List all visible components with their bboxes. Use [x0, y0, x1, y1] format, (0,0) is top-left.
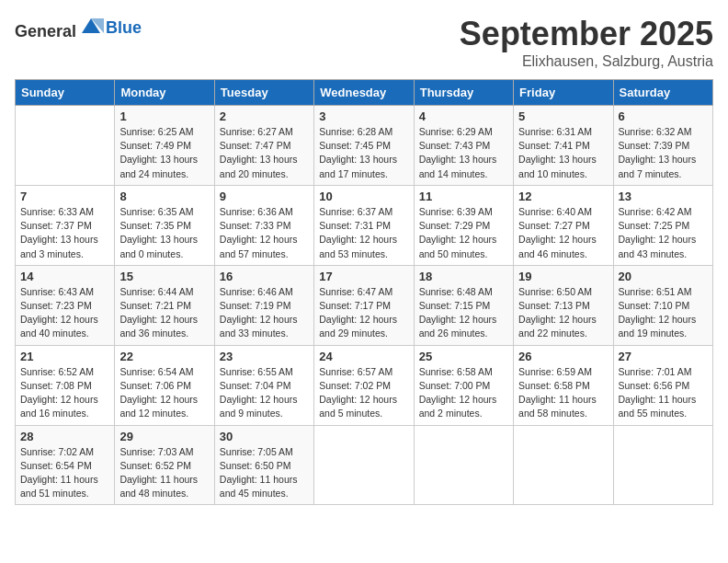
day-info: Sunrise: 6:59 AM Sunset: 6:58 PM Dayligh…	[518, 365, 608, 421]
weekday-header-cell: Friday	[514, 80, 613, 106]
day-info: Sunrise: 6:40 AM Sunset: 7:27 PM Dayligh…	[518, 205, 608, 261]
day-number: 20	[619, 270, 708, 283]
calendar-cell	[613, 425, 712, 505]
calendar-cell	[314, 425, 414, 505]
day-info: Sunrise: 6:42 AM Sunset: 7:25 PM Dayligh…	[619, 205, 708, 261]
day-info: Sunrise: 6:25 AM Sunset: 7:49 PM Dayligh…	[119, 125, 209, 181]
day-number: 1	[119, 109, 209, 123]
day-info: Sunrise: 6:37 AM Sunset: 7:31 PM Dayligh…	[319, 205, 408, 261]
day-info: Sunrise: 6:58 AM Sunset: 7:00 PM Dayligh…	[419, 365, 508, 421]
calendar-cell: 13Sunrise: 6:42 AM Sunset: 7:25 PM Dayli…	[613, 185, 712, 265]
weekday-header-row: SundayMondayTuesdayWednesdayThursdayFrid…	[16, 80, 713, 106]
weekday-header-cell: Sunday	[16, 80, 115, 106]
day-info: Sunrise: 7:05 AM Sunset: 6:50 PM Dayligh…	[220, 445, 309, 501]
day-number: 22	[119, 350, 209, 363]
calendar-cell: 17Sunrise: 6:47 AM Sunset: 7:17 PM Dayli…	[314, 265, 414, 345]
calendar-cell: 18Sunrise: 6:48 AM Sunset: 7:15 PM Dayli…	[414, 265, 513, 345]
calendar-body: 1Sunrise: 6:25 AM Sunset: 7:49 PM Daylig…	[16, 106, 713, 505]
calendar-cell: 7Sunrise: 6:33 AM Sunset: 7:37 PM Daylig…	[16, 185, 115, 265]
day-info: Sunrise: 6:28 AM Sunset: 7:45 PM Dayligh…	[319, 125, 408, 181]
month-title: September 2025	[460, 15, 713, 53]
day-number: 6	[619, 109, 708, 123]
day-number: 9	[220, 190, 309, 203]
calendar-cell	[16, 106, 115, 186]
weekday-header-cell: Wednesday	[314, 80, 414, 106]
logo-blue: Blue	[106, 18, 142, 37]
day-number: 10	[319, 190, 408, 203]
day-info: Sunrise: 6:39 AM Sunset: 7:29 PM Dayligh…	[419, 205, 508, 261]
day-info: Sunrise: 6:47 AM Sunset: 7:17 PM Dayligh…	[319, 285, 408, 341]
header: General Blue September 2025 Elixhausen, …	[15, 15, 713, 70]
day-info: Sunrise: 7:03 AM Sunset: 6:52 PM Dayligh…	[119, 445, 209, 501]
day-number: 16	[220, 270, 309, 283]
day-number: 18	[419, 270, 508, 283]
day-info: Sunrise: 6:44 AM Sunset: 7:21 PM Dayligh…	[119, 285, 209, 341]
calendar-cell: 22Sunrise: 6:54 AM Sunset: 7:06 PM Dayli…	[115, 345, 214, 425]
day-number: 11	[419, 190, 508, 203]
day-number: 19	[518, 270, 608, 283]
day-number: 15	[119, 270, 209, 283]
logo-icon	[78, 15, 104, 37]
calendar-cell: 25Sunrise: 6:58 AM Sunset: 7:00 PM Dayli…	[414, 345, 513, 425]
calendar-cell: 27Sunrise: 7:01 AM Sunset: 6:56 PM Dayli…	[613, 345, 712, 425]
weekday-header-cell: Tuesday	[214, 80, 313, 106]
calendar-cell: 23Sunrise: 6:55 AM Sunset: 7:04 PM Dayli…	[214, 345, 313, 425]
calendar-week-row: 14Sunrise: 6:43 AM Sunset: 7:23 PM Dayli…	[16, 265, 713, 345]
day-number: 5	[518, 109, 608, 123]
day-number: 12	[518, 190, 608, 203]
calendar-cell: 8Sunrise: 6:35 AM Sunset: 7:35 PM Daylig…	[115, 185, 214, 265]
calendar-cell: 4Sunrise: 6:29 AM Sunset: 7:43 PM Daylig…	[414, 106, 513, 186]
title-area: September 2025 Elixhausen, Salzburg, Aus…	[460, 15, 713, 70]
calendar-cell: 21Sunrise: 6:52 AM Sunset: 7:08 PM Dayli…	[16, 345, 115, 425]
calendar-cell: 10Sunrise: 6:37 AM Sunset: 7:31 PM Dayli…	[314, 185, 414, 265]
calendar-cell	[514, 425, 613, 505]
calendar-cell: 30Sunrise: 7:05 AM Sunset: 6:50 PM Dayli…	[214, 425, 313, 505]
day-number: 28	[20, 430, 109, 443]
day-info: Sunrise: 6:55 AM Sunset: 7:04 PM Dayligh…	[220, 365, 309, 421]
day-number: 13	[619, 190, 708, 203]
day-number: 14	[20, 270, 109, 283]
calendar-table: SundayMondayTuesdayWednesdayThursdayFrid…	[15, 79, 713, 505]
calendar-cell: 26Sunrise: 6:59 AM Sunset: 6:58 PM Dayli…	[514, 345, 613, 425]
calendar-cell: 19Sunrise: 6:50 AM Sunset: 7:13 PM Dayli…	[514, 265, 613, 345]
location-title: Elixhausen, Salzburg, Austria	[460, 53, 713, 70]
day-info: Sunrise: 6:27 AM Sunset: 7:47 PM Dayligh…	[220, 125, 309, 181]
calendar-cell: 14Sunrise: 6:43 AM Sunset: 7:23 PM Dayli…	[16, 265, 115, 345]
day-number: 2	[220, 109, 309, 123]
calendar-cell: 16Sunrise: 6:46 AM Sunset: 7:19 PM Dayli…	[214, 265, 313, 345]
day-number: 8	[119, 190, 209, 203]
calendar-week-row: 21Sunrise: 6:52 AM Sunset: 7:08 PM Dayli…	[16, 345, 713, 425]
day-number: 30	[220, 430, 309, 443]
calendar-week-row: 7Sunrise: 6:33 AM Sunset: 7:37 PM Daylig…	[16, 185, 713, 265]
day-info: Sunrise: 6:54 AM Sunset: 7:06 PM Dayligh…	[119, 365, 209, 421]
day-number: 26	[518, 350, 608, 363]
day-number: 29	[119, 430, 209, 443]
day-info: Sunrise: 7:02 AM Sunset: 6:54 PM Dayligh…	[20, 445, 109, 501]
day-number: 3	[319, 109, 408, 123]
calendar-cell: 29Sunrise: 7:03 AM Sunset: 6:52 PM Dayli…	[115, 425, 214, 505]
logo-general: General	[15, 22, 76, 40]
day-number: 4	[419, 109, 508, 123]
day-number: 27	[619, 350, 708, 363]
logo: General Blue	[15, 15, 142, 41]
day-info: Sunrise: 6:33 AM Sunset: 7:37 PM Dayligh…	[20, 205, 109, 261]
calendar-week-row: 28Sunrise: 7:02 AM Sunset: 6:54 PM Dayli…	[16, 425, 713, 505]
day-info: Sunrise: 6:43 AM Sunset: 7:23 PM Dayligh…	[20, 285, 109, 341]
day-info: Sunrise: 6:31 AM Sunset: 7:41 PM Dayligh…	[518, 125, 608, 181]
day-number: 25	[419, 350, 508, 363]
calendar-cell: 5Sunrise: 6:31 AM Sunset: 7:41 PM Daylig…	[514, 106, 613, 186]
calendar-cell: 11Sunrise: 6:39 AM Sunset: 7:29 PM Dayli…	[414, 185, 513, 265]
calendar-cell: 1Sunrise: 6:25 AM Sunset: 7:49 PM Daylig…	[115, 106, 214, 186]
weekday-header-cell: Monday	[115, 80, 214, 106]
day-number: 23	[220, 350, 309, 363]
day-info: Sunrise: 6:32 AM Sunset: 7:39 PM Dayligh…	[619, 125, 708, 181]
day-number: 17	[319, 270, 408, 283]
calendar-cell: 12Sunrise: 6:40 AM Sunset: 7:27 PM Dayli…	[514, 185, 613, 265]
day-info: Sunrise: 6:46 AM Sunset: 7:19 PM Dayligh…	[220, 285, 309, 341]
day-info: Sunrise: 6:51 AM Sunset: 7:10 PM Dayligh…	[619, 285, 708, 341]
day-info: Sunrise: 6:50 AM Sunset: 7:13 PM Dayligh…	[518, 285, 608, 341]
day-info: Sunrise: 6:52 AM Sunset: 7:08 PM Dayligh…	[20, 365, 109, 421]
calendar-week-row: 1Sunrise: 6:25 AM Sunset: 7:49 PM Daylig…	[16, 106, 713, 186]
day-number: 7	[20, 190, 109, 203]
calendar-cell: 15Sunrise: 6:44 AM Sunset: 7:21 PM Dayli…	[115, 265, 214, 345]
